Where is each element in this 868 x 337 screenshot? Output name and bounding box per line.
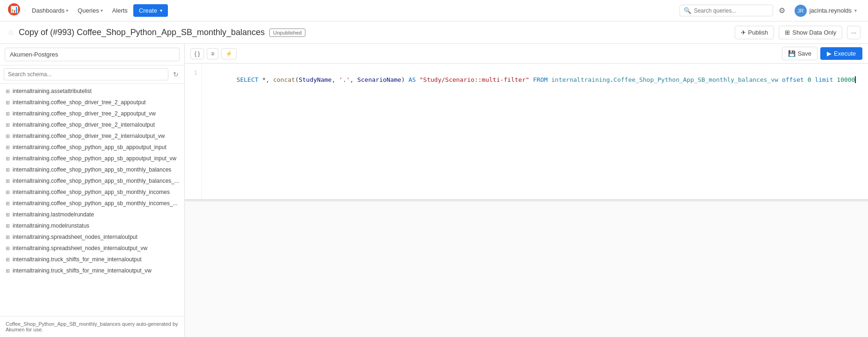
search-input[interactable]	[694, 7, 760, 14]
results-area	[185, 201, 868, 337]
lightning-button[interactable]: ⚡	[221, 48, 237, 59]
execute-button[interactable]: ▶ Execute	[820, 47, 862, 60]
code-content[interactable]: SELECT *, concat(StudyName, '.', Scenari…	[202, 64, 868, 199]
table-grid-icon: ⊞	[6, 189, 10, 195]
avatar: JR	[795, 5, 807, 17]
publish-icon: ✈	[741, 29, 746, 36]
list-button[interactable]: ≡	[207, 48, 218, 59]
svg-text:📊: 📊	[10, 6, 19, 14]
table-grid-icon: ⊞	[6, 156, 10, 162]
schema-table-item[interactable]: ⊞internaltraining.truck_shifts_for_mine_…	[0, 265, 184, 276]
table-grid-icon: ⊞	[6, 223, 10, 229]
nav-queries[interactable]: Queries ▾	[74, 5, 107, 16]
search-queries-box[interactable]: 🔍	[680, 5, 773, 16]
schema-table-item[interactable]: ⊞internaltraining.coffee_shop_python_app…	[0, 142, 184, 153]
nav-alerts[interactable]: Alerts	[108, 5, 131, 16]
schema-table-item[interactable]: ⊞internaltraining.coffee_shop_python_app…	[0, 164, 184, 175]
schema-search-container: ↻	[0, 65, 184, 84]
database-select[interactable]: Akumen-Postgres	[5, 48, 180, 61]
execute-play-icon: ▶	[827, 50, 832, 57]
sidebar-footer: Coffee_Shop_Python_App_SB_monthly_balanc…	[0, 316, 184, 337]
schema-table-item[interactable]: ⊞internaltraining.coffee_shop_driver_tre…	[0, 130, 184, 142]
user-name: jacinta.reynolds	[810, 7, 852, 14]
database-selector-container: Akumen-Postgres	[0, 44, 184, 65]
schema-table-item[interactable]: ⊞internaltraining.spreadsheet_nodes_inte…	[0, 231, 184, 243]
schema-list: ⊞internaltraining.assetattributelist⊞int…	[0, 84, 184, 316]
query-title: Copy of (#993) Coffee_Shop_Python_App_SB…	[19, 28, 265, 37]
refresh-icon[interactable]: ↻	[171, 69, 181, 80]
table-grid-icon: ⊞	[6, 201, 10, 207]
favorite-icon[interactable]: ☆	[7, 28, 14, 37]
table-grid-icon: ⊞	[6, 245, 10, 251]
right-panel: { } ≡ ⚡ 💾 Save ▶ Execute 1 SELECT *, con…	[185, 44, 868, 337]
code-editor[interactable]: 1 SELECT *, concat(StudyName, '.', Scena…	[185, 64, 868, 200]
table-grid-icon: ⊞	[6, 88, 10, 94]
schema-search-input[interactable]	[4, 68, 168, 80]
schema-table-item[interactable]: ⊞internaltraining.spreadsheet_nodes_inte…	[0, 243, 184, 254]
table-icon: ⊞	[785, 29, 790, 36]
schema-table-item[interactable]: ⊞internaltraining.coffee_shop_python_app…	[0, 175, 184, 186]
schema-table-item[interactable]: ⊞internaltraining.coffee_shop_python_app…	[0, 153, 184, 164]
schema-table-item[interactable]: ⊞internaltraining.modelrunstatus	[0, 220, 184, 231]
editor-toolbar: { } ≡ ⚡ 💾 Save ▶ Execute	[185, 44, 868, 64]
search-icon: 🔍	[684, 7, 691, 14]
table-grid-icon: ⊞	[6, 111, 10, 117]
table-grid-icon: ⊞	[6, 268, 10, 274]
schema-table-item[interactable]: ⊞internaltraining.truck_shifts_for_mine_…	[0, 254, 184, 265]
schema-table-item[interactable]: ⊞internaltraining.coffee_shop_python_app…	[0, 198, 184, 209]
top-navigation: 📊 Dashboards ▾ Queries ▾ Alerts Create ▾…	[0, 0, 868, 22]
schema-table-item[interactable]: ⊞internaltraining.coffee_shop_driver_tre…	[0, 97, 184, 108]
table-grid-icon: ⊞	[6, 100, 10, 106]
publish-button[interactable]: ✈ Publish	[735, 26, 774, 39]
format-button[interactable]: { }	[190, 48, 204, 59]
line-numbers: 1	[185, 64, 202, 199]
settings-button[interactable]: ⚙	[775, 4, 789, 17]
table-grid-icon: ⊞	[6, 167, 10, 173]
user-chevron-icon: ▾	[854, 8, 857, 13]
more-options-button[interactable]: ···	[847, 26, 861, 39]
table-grid-icon: ⊞	[6, 144, 10, 151]
schema-table-item[interactable]: ⊞internaltraining.coffee_shop_python_app…	[0, 186, 184, 198]
app-logo[interactable]: 📊	[7, 3, 21, 19]
schema-table-item[interactable]: ⊞internaltraining.coffee_shop_driver_tre…	[0, 119, 184, 130]
table-grid-icon: ⊞	[6, 257, 10, 263]
user-menu[interactable]: JR jacinta.reynolds ▾	[791, 3, 861, 19]
table-grid-icon: ⊞	[6, 212, 10, 218]
schema-table-item[interactable]: ⊞internaltraining.coffee_shop_driver_tre…	[0, 108, 184, 119]
table-grid-icon: ⊞	[6, 234, 10, 240]
save-button[interactable]: 💾 Save	[782, 47, 817, 60]
nav-dashboards[interactable]: Dashboards ▾	[28, 5, 72, 16]
table-grid-icon: ⊞	[6, 122, 10, 128]
table-grid-icon: ⊞	[6, 178, 10, 184]
status-badge: Unpublished	[269, 29, 305, 37]
main-content: Akumen-Postgres ↻ ⊞internaltraining.asse…	[0, 44, 868, 337]
create-button[interactable]: Create ▾	[133, 4, 168, 17]
table-grid-icon: ⊞	[6, 133, 10, 139]
footer-text: Coffee_Shop_Python_App_SB_monthly_balanc…	[6, 321, 178, 332]
query-header: ☆ Copy of (#993) Coffee_Shop_Python_App_…	[0, 22, 868, 44]
left-sidebar: Akumen-Postgres ↻ ⊞internaltraining.asse…	[0, 44, 185, 337]
schema-table-item[interactable]: ⊞internaltraining.lastmodelrundate	[0, 209, 184, 220]
chevron-down-icon: ▾	[101, 8, 103, 13]
chevron-down-icon: ▾	[66, 8, 68, 13]
create-chevron-icon: ▾	[160, 8, 162, 13]
show-data-button[interactable]: ⊞ Show Data Only	[779, 26, 842, 39]
save-icon: 💾	[788, 50, 796, 57]
schema-table-item[interactable]: ⊞internaltraining.assetattributelist	[0, 86, 184, 97]
